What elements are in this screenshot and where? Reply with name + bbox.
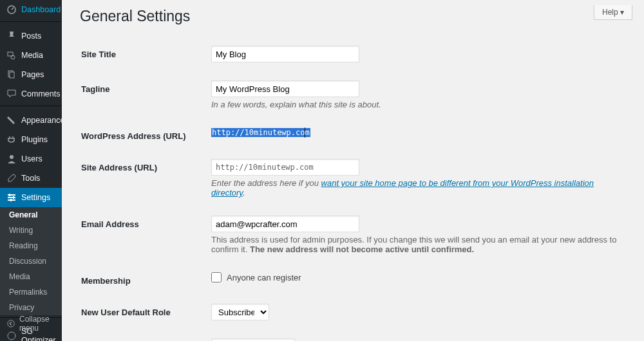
site-address-desc: Enter the address here if you want your … (211, 178, 623, 198)
sidebar-item-label: Appearance (21, 116, 64, 125)
wp-address-input[interactable]: http://10minutewp.com (211, 128, 310, 137)
settings-submenu: General Writing Reading Discussion Media… (0, 207, 62, 315)
collapse-label: Collapse menu (19, 315, 57, 333)
main-content: Help ▾ General Settings Site Title Tagli… (62, 0, 644, 341)
sidebar-item-label: Settings (21, 193, 50, 202)
page-title: General Settings (80, 8, 631, 25)
sidebar-item-label: Posts (21, 32, 41, 41)
sidebar-item-label: Tools (21, 174, 40, 183)
label-email: Email Address (81, 208, 210, 263)
appearance-icon (6, 115, 17, 125)
sidebar-item-label: Users (21, 154, 43, 163)
admin-sidebar: Dashboard Posts Media Pages Comments App… (0, 0, 62, 341)
sidebar-item-label: Comments (21, 89, 60, 98)
email-desc: This address is used for admin purposes.… (211, 235, 623, 254)
dashboard-icon (6, 5, 17, 15)
settings-form: Site Title Tagline In a few words, expla… (80, 37, 631, 341)
page-icon (6, 69, 17, 80)
tools-icon (6, 173, 17, 183)
settings-icon (6, 192, 17, 203)
svg-rect-4 (10, 72, 14, 78)
sidebar-item-posts[interactable]: Posts (0, 26, 62, 46)
tagline-desc: In a few words, explain what this site i… (211, 100, 623, 109)
submenu-permalinks[interactable]: Permalinks (0, 284, 62, 300)
submenu-writing[interactable]: Writing (0, 223, 62, 238)
sidebar-item-plugins[interactable]: Plugins (0, 130, 62, 149)
svg-rect-10 (13, 196, 14, 199)
site-language-select[interactable]: English (United States) (211, 338, 295, 341)
submenu-general[interactable]: General (0, 207, 62, 223)
caret-down-icon: ▾ (620, 8, 624, 17)
svg-rect-6 (8, 194, 15, 196)
submenu-reading[interactable]: Reading (0, 238, 62, 253)
media-icon (6, 50, 17, 60)
default-role-select[interactable]: Subscriber (211, 304, 269, 320)
sidebar-item-label: Pages (21, 70, 44, 79)
admin-email-input[interactable] (211, 216, 359, 232)
sidebar-item-users[interactable]: Users (0, 149, 62, 169)
help-dropdown[interactable]: Help ▾ (594, 5, 632, 20)
label-site-language: Site Language (81, 331, 210, 341)
sidebar-item-media[interactable]: Media (0, 46, 62, 65)
sidebar-item-label: Dashboard (21, 5, 61, 14)
sidebar-item-pages[interactable]: Pages (0, 65, 62, 84)
membership-checkbox-label[interactable]: Anyone can register (211, 272, 301, 282)
membership-checkbox[interactable] (211, 272, 222, 282)
sidebar-item-comments[interactable]: Comments (0, 84, 62, 104)
sidebar-item-label: Media (21, 51, 43, 60)
tagline-input[interactable] (211, 80, 359, 97)
plug-icon (6, 134, 17, 145)
sidebar-item-settings[interactable]: Settings (0, 188, 62, 207)
comment-icon (6, 89, 17, 99)
svg-rect-9 (9, 194, 10, 196)
sidebar-item-tools[interactable]: Tools (0, 169, 62, 188)
sidebar-item-appearance[interactable]: Appearance (0, 111, 62, 130)
label-site-title: Site Title (81, 38, 210, 71)
site-title-input[interactable] (211, 46, 359, 62)
user-icon (6, 154, 17, 164)
pin-icon (6, 31, 17, 41)
svg-point-5 (10, 155, 14, 159)
sidebar-item-dashboard[interactable]: Dashboard (0, 0, 62, 19)
site-address-input[interactable] (211, 159, 359, 176)
collapse-icon (6, 318, 15, 329)
label-default-role: New User Default Role (81, 296, 210, 329)
svg-rect-11 (10, 199, 12, 201)
collapse-menu-button[interactable]: Collapse menu (0, 310, 62, 337)
svg-point-13 (8, 320, 15, 327)
text-caret-icon: │ (303, 127, 303, 139)
wp-address-selected-text: http://10minutewp.com (211, 128, 310, 137)
label-tagline: Tagline (81, 73, 210, 118)
sidebar-item-label: Plugins (21, 135, 48, 144)
submenu-media[interactable]: Media (0, 269, 62, 284)
label-site-address: Site Address (URL) (81, 151, 210, 207)
submenu-discussion[interactable]: Discussion (0, 253, 62, 269)
label-wp-address: WordPress Address (URL) (81, 120, 210, 150)
svg-rect-7 (8, 197, 15, 198)
label-membership: Membership (81, 264, 210, 295)
